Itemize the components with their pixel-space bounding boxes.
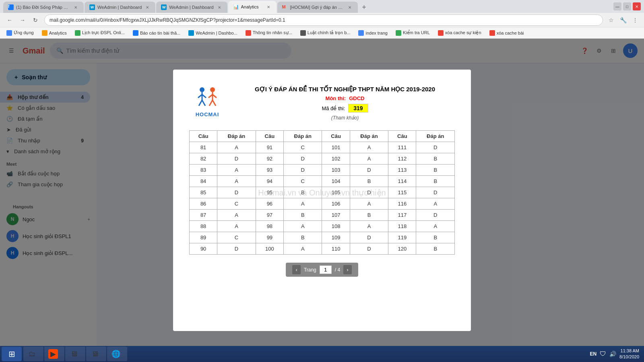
table-row: 81A91C101A111D — [190, 142, 455, 153]
table-cell: A — [217, 142, 256, 153]
table-row: 89C99B109D119B — [190, 232, 455, 243]
forward-button[interactable]: → — [17, 14, 28, 26]
tab-title-3: WeAdmin | Dashboard — [169, 5, 213, 10]
col-header-dapan1: Đáp án — [217, 131, 256, 142]
start-button[interactable]: ⊞ — [2, 347, 22, 361]
tab-close-1[interactable]: ✕ — [72, 4, 79, 10]
table-cell: D — [350, 187, 388, 198]
code-label: Mã đề thi: — [322, 105, 345, 111]
table-cell: D — [416, 187, 455, 198]
table-cell: 82 — [190, 153, 217, 165]
table-cell: 109 — [322, 232, 350, 243]
bookmark-index[interactable]: index trang — [355, 29, 390, 37]
table-cell: 116 — [388, 198, 416, 210]
refresh-button[interactable]: ↻ — [30, 14, 41, 26]
bookmark-thong-tin-icon — [246, 30, 251, 36]
tab-title-2: WeAdmin | Dashboard — [97, 5, 142, 10]
table-cell: 81 — [190, 142, 217, 153]
bookmark-star-icon[interactable]: ☆ — [606, 15, 616, 25]
table-cell: C — [283, 142, 322, 153]
new-tab-button[interactable]: + — [359, 2, 370, 13]
pagination-next[interactable]: › — [343, 265, 351, 274]
tab-facebook[interactable]: f (1) Báo Đời Sống Pháp Luật - Tra... ✕ — [3, 2, 84, 13]
table-row: 83A93D103D113B — [190, 165, 455, 176]
svg-point-0 — [200, 87, 204, 92]
bookmark-xoa-cache-su-kien-label: xóa cache sự kiện — [445, 30, 481, 35]
taskbar-item-media[interactable]: ▶ — [44, 347, 64, 361]
maximize-button[interactable]: □ — [623, 2, 631, 10]
subject-label: Môn thi: — [326, 95, 346, 101]
table-cell: 96 — [256, 198, 283, 210]
doc-reference: (Tham khảo) — [331, 115, 359, 121]
menu-icon[interactable]: ⋮ — [630, 15, 640, 25]
tab-analytics[interactable]: 📊 Analytics ✕ — [228, 1, 277, 13]
table-cell: 88 — [190, 221, 217, 232]
tab-weadmin2[interactable]: W WeAdmin | Dashboard ✕ — [156, 2, 227, 13]
subject-value: GDCD — [349, 95, 364, 101]
taskbar-media-icon: ▶ — [48, 349, 58, 359]
taskbar-item-desktop1[interactable]: 🖥 — [65, 347, 85, 361]
taskbar-item-chrome[interactable]: 🌐 — [107, 347, 127, 361]
address-text: mail.google.com/mail/u/0/#inbox/FMfcgxwJ… — [50, 17, 285, 23]
taskbar-item-desktop2[interactable]: 🖥 — [86, 347, 106, 361]
bookmark-lich-truc[interactable]: Lịch trực ĐSPL Onli... — [72, 29, 128, 37]
bookmark-thong-tin[interactable]: Thông tin nhân sự... — [242, 29, 295, 37]
answer-table-wrapper: Hocmai.vn và Onluyen.vn thực hiện Câu Đá… — [189, 130, 455, 255]
taskbar: ⊞ 🗂 ▶ 🖥 🖥 🌐 EN 🛡 🔊 11:38 AM — [0, 346, 644, 362]
bookmark-kiem-tra-url[interactable]: Kiểm tra URL — [392, 29, 433, 37]
taskbar-volume-icon[interactable]: 🔊 — [609, 351, 616, 357]
back-button[interactable]: ← — [4, 14, 15, 26]
bookmark-luat[interactable]: Luật chính tả trọn b... — [297, 29, 354, 37]
title-bar: f (1) Báo Đời Sống Pháp Luật - Tra... ✕ … — [0, 0, 644, 13]
tab-gmail[interactable]: M [HOCMAI] Gợi ý đáp án Đề thi tố... ✕ — [277, 2, 358, 13]
close-button[interactable]: ✕ — [633, 2, 641, 10]
tab-favicon-analytics: 📊 — [233, 4, 239, 10]
tab-close-5[interactable]: ✕ — [347, 4, 353, 10]
table-cell: A — [283, 221, 322, 232]
answer-table-body: 81A91C101A111D82D92D102A112B83A93D103D11… — [190, 142, 455, 255]
table-cell: 98 — [256, 221, 283, 232]
table-cell: C — [283, 176, 322, 187]
taskbar-item-files[interactable]: 🗂 — [23, 347, 43, 361]
bookmark-apps[interactable]: Ứng dụng — [3, 29, 37, 37]
bookmark-xoa-cache-bai[interactable]: xóa cache bài — [486, 29, 527, 37]
tab-close-2[interactable]: ✕ — [144, 4, 151, 10]
bookmark-analytics[interactable]: Analytics — [39, 29, 70, 37]
bookmark-weadmin[interactable]: WeAdmin | Dashbo... — [185, 29, 241, 37]
table-cell: 85 — [190, 187, 217, 198]
table-cell: A — [416, 198, 455, 210]
hocmai-logo-svg — [193, 86, 221, 110]
table-cell: A — [416, 221, 455, 232]
pagination-prev[interactable]: ‹ — [292, 265, 300, 274]
table-cell: 86 — [190, 198, 217, 210]
table-cell: D — [283, 165, 322, 176]
tab-close-3[interactable]: ✕ — [216, 4, 223, 10]
bookmark-bao-cao[interactable]: Báo cáo tin bài thă... — [130, 29, 184, 37]
table-cell: A — [283, 198, 322, 210]
table-row: 86C96A106A116A — [190, 198, 455, 210]
table-cell: A — [350, 198, 388, 210]
table-cell: 94 — [256, 176, 283, 187]
pagination-page-input[interactable] — [320, 265, 332, 274]
bookmark-xoa-cache-su-kien[interactable]: xóa cache sự kiện — [435, 29, 485, 37]
col-header-cau4: Câu — [388, 131, 416, 142]
minimize-button[interactable]: — — [613, 2, 621, 10]
table-cell: 91 — [256, 142, 283, 153]
col-header-cau3: Câu — [322, 131, 350, 142]
tab-weadmin1[interactable]: W WeAdmin | Dashboard ✕ — [85, 2, 155, 13]
table-row: 88A98A108A118A — [190, 221, 455, 232]
table-cell: 112 — [388, 153, 416, 165]
window-controls: — □ ✕ — [613, 2, 641, 10]
extension-icon[interactable]: 🔧 — [618, 15, 628, 25]
table-row: 87A97B107B117D — [190, 210, 455, 221]
tab-close-4[interactable]: ✕ — [265, 4, 272, 10]
title-section: GỢI Ý ĐÁP ÁN ĐỀ THI TỐT NGHIỆP THPT NĂM … — [235, 86, 455, 121]
table-cell: B — [416, 153, 455, 165]
table-cell: 105 — [322, 187, 350, 198]
bookmark-kiem-tra-url-label: Kiểm tra URL — [403, 30, 430, 35]
bookmark-analytics-icon — [42, 30, 47, 36]
table-cell: A — [283, 243, 322, 255]
address-bar[interactable]: mail.google.com/mail/u/0/#inbox/FMfcgxwJ… — [44, 14, 603, 26]
table-cell: A — [217, 176, 256, 187]
table-row: 84A94C104B114B — [190, 176, 455, 187]
